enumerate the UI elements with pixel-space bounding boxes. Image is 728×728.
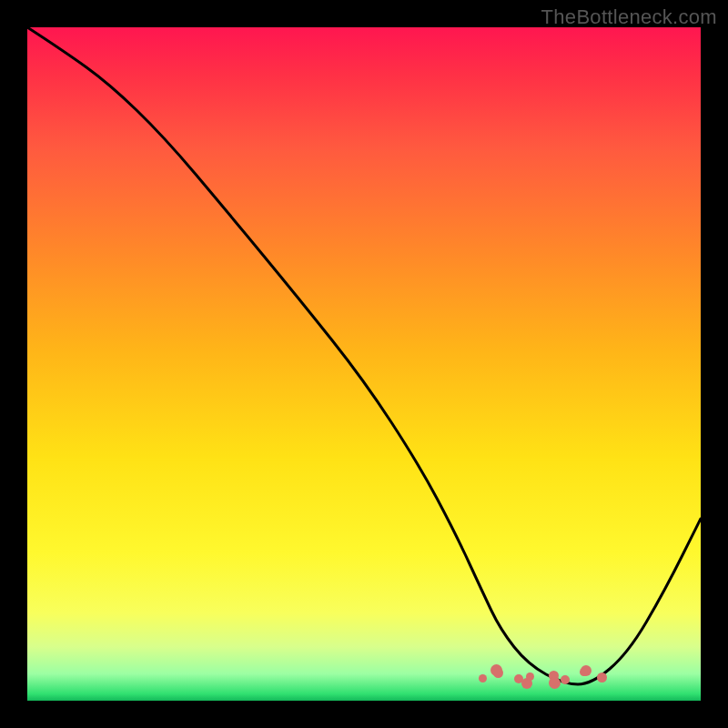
marker-dot [549, 677, 561, 689]
watermark-text: TheBottleneck.com [541, 5, 717, 29]
chart-frame: TheBottleneck.com [0, 0, 728, 728]
marker-dot [479, 674, 487, 682]
marker-cluster [27, 27, 701, 701]
marker-dot [597, 672, 607, 682]
plot-area [27, 27, 701, 701]
marker-dot [561, 675, 570, 684]
marker-dot [526, 672, 534, 681]
